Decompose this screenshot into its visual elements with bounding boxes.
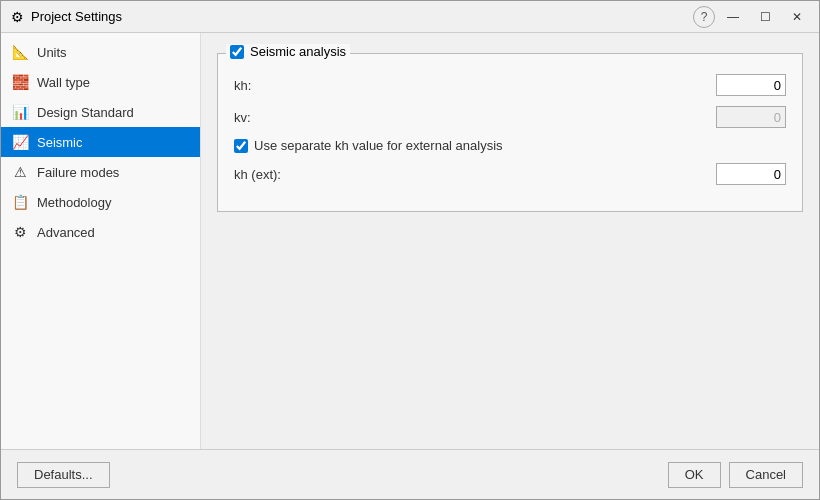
- separate-kh-row: Use separate kh value for external analy…: [234, 138, 786, 153]
- cancel-button[interactable]: Cancel: [729, 462, 803, 488]
- close-button[interactable]: ✕: [783, 6, 811, 28]
- design-standard-icon: 📊: [11, 103, 29, 121]
- sidebar-label-wall-type: Wall type: [37, 75, 90, 90]
- sidebar-item-failure-modes[interactable]: ⚠ Failure modes: [1, 157, 200, 187]
- ok-button[interactable]: OK: [668, 462, 721, 488]
- kh-label: kh:: [234, 78, 716, 93]
- minimize-button[interactable]: —: [719, 6, 747, 28]
- units-icon: 📐: [11, 43, 29, 61]
- wall-type-icon: 🧱: [11, 73, 29, 91]
- methodology-icon: 📋: [11, 193, 29, 211]
- sidebar-item-wall-type[interactable]: 🧱 Wall type: [1, 67, 200, 97]
- group-box-title: Seismic analysis: [250, 44, 346, 59]
- kv-input[interactable]: [716, 106, 786, 128]
- failure-modes-icon: ⚠: [11, 163, 29, 181]
- kh-ext-label: kh (ext):: [234, 167, 716, 182]
- window-title: Project Settings: [31, 9, 693, 24]
- seismic-icon: 📈: [11, 133, 29, 151]
- kv-label: kv:: [234, 110, 716, 125]
- sidebar-label-advanced: Advanced: [37, 225, 95, 240]
- kh-ext-row: kh (ext):: [234, 163, 786, 185]
- advanced-icon: ⚙: [11, 223, 29, 241]
- sidebar: 📐 Units 🧱 Wall type 📊 Design Standard 📈 …: [1, 33, 201, 449]
- title-bar: ⚙ Project Settings ? — ☐ ✕: [1, 1, 819, 33]
- seismic-analysis-checkbox[interactable]: [230, 45, 244, 59]
- maximize-button[interactable]: ☐: [751, 6, 779, 28]
- main-window: ⚙ Project Settings ? — ☐ ✕ 📐 Units 🧱 Wal…: [0, 0, 820, 500]
- content-area: 📐 Units 🧱 Wall type 📊 Design Standard 📈 …: [1, 33, 819, 449]
- kh-row: kh:: [234, 74, 786, 96]
- seismic-group-box: Seismic analysis kh: kv: Use separate kh…: [217, 53, 803, 212]
- separate-kh-checkbox[interactable]: [234, 139, 248, 153]
- footer-left: Defaults...: [17, 462, 668, 488]
- sidebar-label-design-standard: Design Standard: [37, 105, 134, 120]
- separate-kh-label[interactable]: Use separate kh value for external analy…: [254, 138, 503, 153]
- kv-row: kv:: [234, 106, 786, 128]
- sidebar-label-failure-modes: Failure modes: [37, 165, 119, 180]
- footer: Defaults... OK Cancel: [1, 449, 819, 499]
- sidebar-item-design-standard[interactable]: 📊 Design Standard: [1, 97, 200, 127]
- sidebar-item-seismic[interactable]: 📈 Seismic: [1, 127, 200, 157]
- main-panel: Seismic analysis kh: kv: Use separate kh…: [201, 33, 819, 449]
- sidebar-item-units[interactable]: 📐 Units: [1, 37, 200, 67]
- window-icon: ⚙: [9, 9, 25, 25]
- footer-right: OK Cancel: [668, 462, 803, 488]
- window-controls: ? — ☐ ✕: [693, 6, 811, 28]
- help-button[interactable]: ?: [693, 6, 715, 28]
- kh-input[interactable]: [716, 74, 786, 96]
- kh-ext-input[interactable]: [716, 163, 786, 185]
- sidebar-label-units: Units: [37, 45, 67, 60]
- sidebar-item-advanced[interactable]: ⚙ Advanced: [1, 217, 200, 247]
- group-box-legend: Seismic analysis: [226, 44, 350, 59]
- sidebar-label-seismic: Seismic: [37, 135, 83, 150]
- sidebar-item-methodology[interactable]: 📋 Methodology: [1, 187, 200, 217]
- defaults-button[interactable]: Defaults...: [17, 462, 110, 488]
- sidebar-label-methodology: Methodology: [37, 195, 111, 210]
